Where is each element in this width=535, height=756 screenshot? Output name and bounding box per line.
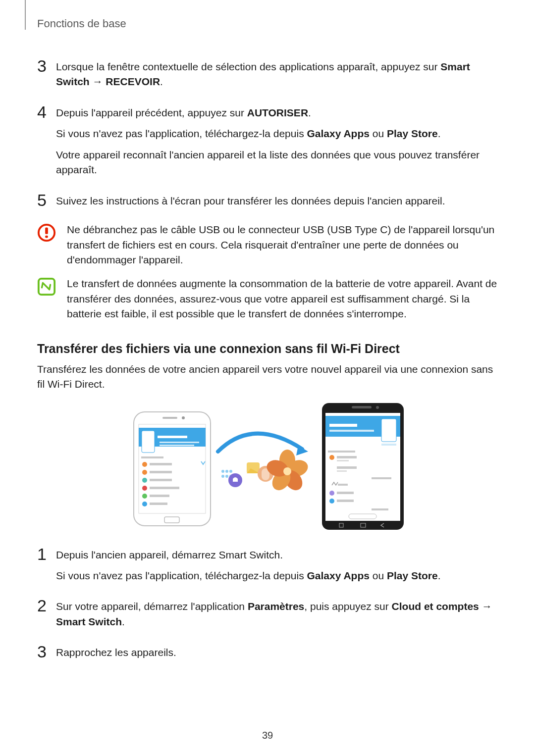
callout-body: Ne débranchez pas le câble USB ou le con… bbox=[67, 222, 498, 267]
svg-rect-58 bbox=[337, 460, 349, 461]
text: . bbox=[160, 76, 163, 87]
callout-warning: Ne débranchez pas le câble USB ou le con… bbox=[37, 222, 498, 267]
step-number: 5 bbox=[37, 192, 56, 208]
step-item: 3 Rapprochez les appareils. bbox=[37, 643, 498, 660]
svg-rect-2 bbox=[45, 236, 48, 238]
svg-point-65 bbox=[329, 499, 334, 504]
step-number: 3 bbox=[37, 57, 56, 90]
svg-rect-61 bbox=[372, 477, 391, 479]
text: Votre appareil reconnaît l'ancien appare… bbox=[56, 148, 498, 178]
svg-point-30 bbox=[229, 470, 232, 473]
svg-point-47 bbox=[376, 406, 379, 409]
svg-point-63 bbox=[329, 491, 334, 496]
svg-rect-1 bbox=[45, 228, 48, 234]
text: . bbox=[122, 616, 125, 627]
svg-point-29 bbox=[225, 470, 228, 473]
text: . bbox=[438, 128, 441, 139]
svg-point-23 bbox=[142, 494, 147, 499]
text: . bbox=[308, 107, 311, 118]
svg-rect-53 bbox=[329, 430, 374, 432]
svg-rect-11 bbox=[158, 436, 187, 438]
callout-note: Le transfert de données augmente la cons… bbox=[37, 276, 498, 321]
svg-rect-67 bbox=[372, 508, 388, 510]
step-item: 2 Sur votre appareil, démarrez l'applica… bbox=[37, 597, 498, 629]
svg-rect-14 bbox=[141, 456, 163, 458]
step-body: Depuis l'ancien appareil, démarrez Smart… bbox=[56, 546, 441, 584]
bold-text: Play Store bbox=[387, 570, 438, 581]
step-number: 4 bbox=[37, 103, 56, 178]
svg-point-32 bbox=[225, 475, 228, 478]
svg-rect-66 bbox=[337, 500, 354, 502]
svg-rect-18 bbox=[150, 471, 172, 473]
text: Sur votre appareil, démarrez l'applicati… bbox=[56, 601, 248, 612]
step-number: 3 bbox=[37, 643, 56, 660]
step-body: Sur votre appareil, démarrez l'applicati… bbox=[56, 597, 498, 629]
svg-point-28 bbox=[221, 470, 224, 473]
svg-rect-46 bbox=[352, 406, 372, 408]
text: Si vous n'avez pas l'application, téléch… bbox=[56, 570, 307, 581]
step-body: Depuis l'appareil précédent, appuyez sur… bbox=[56, 103, 498, 178]
svg-rect-12 bbox=[160, 442, 199, 443]
text: Depuis l'ancien appareil, démarrez Smart… bbox=[56, 548, 441, 562]
step-number: 2 bbox=[37, 597, 56, 629]
svg-rect-51 bbox=[381, 419, 396, 442]
bold-text: Galaxy Apps bbox=[307, 570, 369, 581]
text: ou bbox=[370, 128, 387, 139]
svg-point-43 bbox=[283, 467, 291, 475]
svg-rect-24 bbox=[150, 495, 169, 497]
step-body: Lorsque la fenêtre contextuelle de sélec… bbox=[56, 57, 498, 90]
svg-point-31 bbox=[221, 475, 224, 478]
step-number: 1 bbox=[37, 546, 56, 584]
step-item: 4 Depuis l'appareil précédent, appuyez s… bbox=[37, 103, 498, 178]
intro-paragraph: Transférez les données de votre ancien a… bbox=[37, 362, 498, 392]
bold-text: AUTORISER bbox=[247, 107, 308, 118]
svg-point-15 bbox=[142, 462, 147, 467]
svg-point-25 bbox=[142, 502, 147, 506]
svg-rect-52 bbox=[329, 424, 357, 427]
transfer-illustration bbox=[37, 402, 498, 531]
svg-point-19 bbox=[142, 478, 147, 483]
page-content: Fonctions de base 3 Lorsque la fenêtre c… bbox=[0, 0, 535, 689]
text: ou bbox=[370, 570, 387, 581]
svg-rect-20 bbox=[150, 479, 172, 481]
step-item: 3 Lorsque la fenêtre contextuelle de sél… bbox=[37, 57, 498, 90]
svg-rect-13 bbox=[160, 445, 194, 446]
bold-text: Cloud et comptes bbox=[392, 601, 479, 612]
bold-text: Paramètres bbox=[248, 601, 304, 612]
page-number: 39 bbox=[0, 730, 535, 741]
svg-rect-7 bbox=[162, 417, 177, 419]
svg-rect-59 bbox=[337, 466, 357, 469]
svg-point-6 bbox=[182, 416, 185, 419]
note-icon bbox=[37, 277, 56, 296]
text: → bbox=[479, 601, 492, 612]
warning-icon bbox=[37, 223, 56, 242]
svg-rect-55 bbox=[328, 451, 355, 453]
bold-text: Smart Switch bbox=[56, 616, 122, 627]
svg-rect-57 bbox=[337, 456, 357, 458]
step-item: 1 Depuis l'ancien appareil, démarrez Sma… bbox=[37, 546, 498, 584]
step-item: 5 Suivez les instructions à l'écran pour… bbox=[37, 192, 498, 208]
text: Lorsque la fenêtre contextuelle de sélec… bbox=[56, 61, 440, 72]
svg-rect-62 bbox=[338, 484, 348, 486]
svg-rect-10 bbox=[142, 431, 155, 453]
step-body: Rapprochez les appareils. bbox=[56, 643, 176, 660]
svg-point-21 bbox=[142, 486, 147, 491]
text: . bbox=[438, 570, 441, 581]
svg-rect-16 bbox=[150, 463, 172, 465]
svg-point-17 bbox=[142, 470, 147, 475]
svg-rect-54 bbox=[381, 444, 396, 446]
text: Depuis l'appareil précédent, appuyez sur bbox=[56, 107, 247, 118]
bold-text: Galaxy Apps bbox=[307, 128, 369, 139]
svg-rect-26 bbox=[150, 503, 167, 505]
step-body: Suivez les instructions à l'écran pour t… bbox=[56, 192, 445, 208]
bold-text: RECEVOIR bbox=[106, 76, 160, 87]
svg-point-56 bbox=[329, 455, 334, 460]
text: Suivez les instructions à l'écran pour t… bbox=[56, 194, 445, 208]
callout-body: Le transfert de données augmente la cons… bbox=[67, 276, 498, 321]
svg-rect-64 bbox=[337, 492, 354, 494]
subheading: Transférer des fichiers via une connexio… bbox=[37, 342, 498, 356]
text: → bbox=[90, 76, 106, 87]
bold-text: Play Store bbox=[387, 128, 438, 139]
section-header: Fonctions de base bbox=[37, 17, 498, 30]
text: Rapprochez les appareils. bbox=[56, 645, 176, 660]
